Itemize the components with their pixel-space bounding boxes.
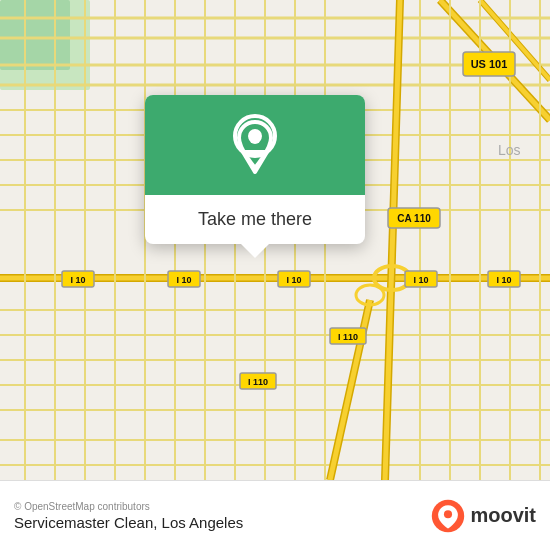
svg-text:Los: Los [498, 142, 521, 158]
svg-text:CA 110: CA 110 [397, 213, 431, 224]
popup-icon-area [145, 95, 365, 195]
bottom-bar: © OpenStreetMap contributors Servicemast… [0, 480, 550, 550]
take-me-there-button[interactable]: Take me there [165, 209, 345, 230]
svg-text:I 110: I 110 [338, 332, 358, 342]
svg-text:I 10: I 10 [286, 275, 301, 285]
svg-point-71 [444, 510, 452, 518]
moovit-brand-icon [430, 498, 466, 534]
svg-text:I 10: I 10 [496, 275, 511, 285]
location-pin-icon [229, 114, 281, 176]
bottom-left: © OpenStreetMap contributors Servicemast… [14, 501, 243, 531]
moovit-logo: moovit [430, 498, 536, 534]
copyright-text: © OpenStreetMap contributors [14, 501, 243, 512]
moovit-text: moovit [470, 504, 536, 527]
svg-text:I 110: I 110 [248, 377, 268, 387]
svg-text:US 101: US 101 [471, 58, 508, 70]
map-container: US 101 CA 110 I 10 I 10 I 10 I 10 I 10 I… [0, 0, 550, 480]
svg-text:I 10: I 10 [413, 275, 428, 285]
svg-point-69 [249, 132, 261, 144]
svg-text:I 10: I 10 [70, 275, 85, 285]
svg-text:I 10: I 10 [176, 275, 191, 285]
svg-rect-2 [0, 0, 70, 70]
location-name: Servicemaster Clean, Los Angeles [14, 514, 243, 531]
popup-card: Take me there [145, 95, 365, 244]
popup-button-area: Take me there [145, 195, 365, 244]
